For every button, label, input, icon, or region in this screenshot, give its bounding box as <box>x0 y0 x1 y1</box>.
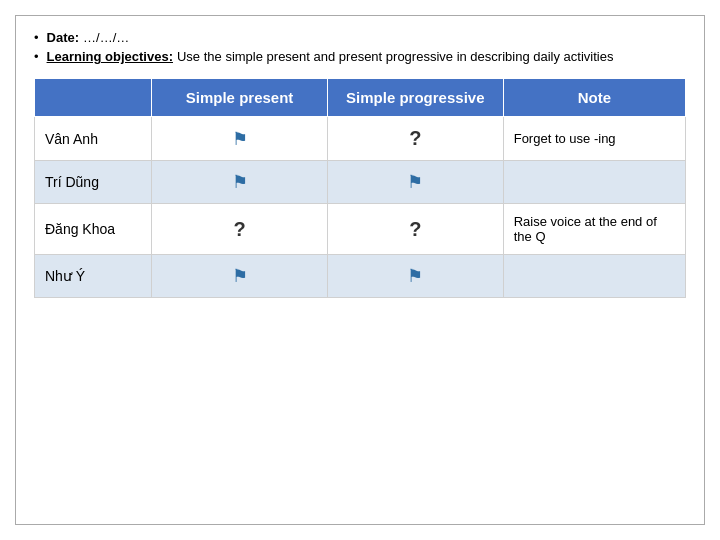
note-cell <box>503 255 685 298</box>
col-header-note: Note <box>503 79 685 117</box>
date-label: Date: <box>47 30 80 45</box>
table-row: Như Ý ⚑ ⚑ <box>35 255 686 298</box>
learning-text: Use the simple present and present progr… <box>177 49 613 64</box>
bullet-2: • <box>34 49 39 64</box>
main-page: • Date: …/…/… • Learning objectives: Use… <box>15 15 705 525</box>
flag-icon: ⚑ <box>232 128 248 150</box>
student-name: Đăng Khoa <box>35 204 152 255</box>
question-icon: ? <box>233 218 245 240</box>
col-header-simple-present: Simple present <box>152 79 328 117</box>
question-icon: ? <box>409 218 421 240</box>
table-row: Vân Anh ⚑ ? Forget to use -ing <box>35 117 686 161</box>
note-cell: Forget to use -ing <box>503 117 685 161</box>
simple-progressive-cell: ⚑ <box>327 161 503 204</box>
flag-icon: ⚑ <box>407 265 423 287</box>
simple-present-cell: ⚑ <box>152 255 328 298</box>
table-row: Đăng Khoa ? ? Raise voice at the end of … <box>35 204 686 255</box>
simple-progressive-cell: ? <box>327 117 503 161</box>
table-row: Trí Dũng ⚑ ⚑ <box>35 161 686 204</box>
assessment-table: Simple present Simple progressive Note V… <box>34 78 686 298</box>
date-value: …/…/… <box>83 30 129 45</box>
note-cell: Raise voice at the end of the Q <box>503 204 685 255</box>
learning-label: Learning objectives: <box>47 49 173 64</box>
student-name: Như Ý <box>35 255 152 298</box>
bullet-1: • <box>34 30 39 45</box>
col-header-empty <box>35 79 152 117</box>
student-name: Vân Anh <box>35 117 152 161</box>
flag-icon: ⚑ <box>232 171 248 193</box>
simple-present-cell: ⚑ <box>152 117 328 161</box>
col-header-simple-progressive: Simple progressive <box>327 79 503 117</box>
flag-icon: ⚑ <box>232 265 248 287</box>
flag-icon: ⚑ <box>407 171 423 193</box>
note-cell <box>503 161 685 204</box>
simple-progressive-cell: ⚑ <box>327 255 503 298</box>
student-name: Trí Dũng <box>35 161 152 204</box>
date-line: • Date: …/…/… <box>34 30 686 45</box>
simple-progressive-cell: ? <box>327 204 503 255</box>
simple-present-cell: ? <box>152 204 328 255</box>
simple-present-cell: ⚑ <box>152 161 328 204</box>
question-icon: ? <box>409 127 421 149</box>
learning-line: • Learning objectives: Use the simple pr… <box>34 49 686 64</box>
